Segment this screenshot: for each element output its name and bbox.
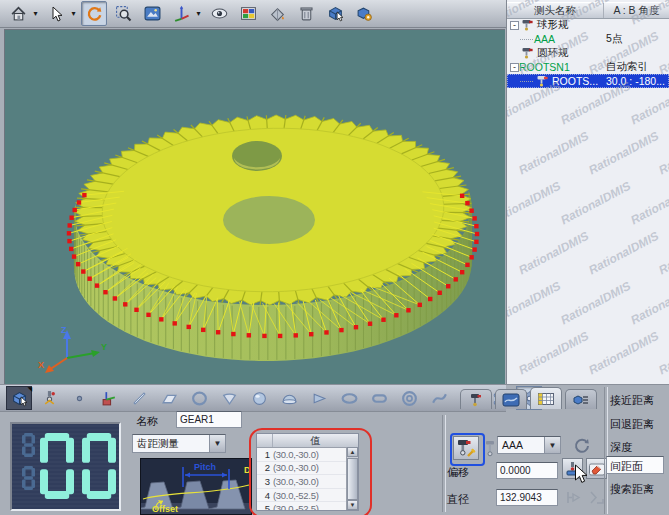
circle-button[interactable] (186, 386, 212, 410)
offset-teach-button[interactable] (562, 458, 583, 479)
tree-row[interactable]: -ROOTSN1自动索引 (507, 60, 669, 74)
probe-icon (521, 19, 535, 31)
tree-collapse-icon[interactable]: - (510, 63, 519, 72)
depth-label: 深度 (610, 440, 632, 455)
pitch-plane-field[interactable]: 间距面 (606, 456, 664, 474)
tree-header-name[interactable]: 测头名称 (507, 3, 604, 18)
axis-label: X (38, 360, 44, 370)
value-row[interactable]: 4(30.0,-52.5) (257, 489, 358, 503)
value-row-value: (30.0,-30.0) (273, 449, 319, 460)
probe-teach-icon (564, 461, 582, 477)
value-row-index: 2 (257, 462, 273, 473)
solid-settings-button[interactable] (351, 1, 377, 26)
graphics-tab-icon (502, 393, 520, 407)
dropdown-arrow-icon[interactable]: ▾ (69, 9, 78, 18)
render-mode-button[interactable] (264, 1, 290, 26)
tree-column-headers: 测头名称 A : B 角度 (507, 2, 669, 19)
torus-button[interactable] (396, 386, 422, 410)
tab-report[interactable] (565, 389, 597, 409)
measure-mode-value: 齿距测量 (133, 437, 209, 451)
chevron-down-icon[interactable]: ▼ (209, 435, 225, 452)
bottom-tabs (460, 388, 597, 409)
value-row[interactable]: 3(30.0,-30.0) (257, 475, 358, 489)
dropdown-arrow-icon[interactable]: ▾ (31, 9, 40, 18)
refresh-probe-button[interactable] (573, 436, 591, 458)
solid-pick-button[interactable]: ◥ (6, 386, 32, 410)
plane-button[interactable] (156, 386, 182, 410)
probe-mode-button[interactable] (453, 436, 479, 460)
coordinate-frame-button[interactable] (96, 386, 122, 410)
measure-mode-select[interactable]: 齿距测量 ▼ (132, 434, 226, 453)
value-list-body: 1(30.0,-30.0)2(30.0,-30.0)3(30.0,-30.0)4… (257, 448, 358, 511)
probe-small-button[interactable] (483, 440, 497, 461)
select-cursor-button[interactable] (43, 1, 69, 26)
tree-row[interactable]: -球形规 (507, 18, 669, 32)
tree-row[interactable]: 圆环规 (507, 46, 669, 60)
probe-select[interactable]: AAA ▼ (497, 436, 561, 454)
fit-image-button[interactable] (139, 1, 165, 26)
line-button[interactable] (126, 386, 152, 410)
zoom-region-button[interactable] (110, 1, 136, 26)
point-button[interactable] (66, 386, 92, 410)
tree-connector (520, 80, 533, 82)
value-list-index-header (257, 434, 273, 447)
tree-row[interactable]: ROOTS...30.0 : -180... (507, 74, 669, 88)
ellipse-button[interactable] (336, 386, 362, 410)
curve-button[interactable] (426, 386, 452, 410)
rotate-view-button[interactable] (81, 1, 107, 26)
name-input[interactable]: GEAR1 (176, 411, 242, 428)
value-list-scrollbar[interactable]: ▲ ▼ (346, 447, 358, 510)
delete-trash-button[interactable] (293, 1, 319, 26)
scrollbar-thumb[interactable] (347, 458, 358, 500)
pick-solid-button[interactable] (322, 1, 348, 26)
watermark-text: RationalDMIS (628, 279, 669, 328)
chevron-down-icon[interactable]: ▼ (544, 437, 560, 453)
scene-svg: ZYX (5, 30, 505, 385)
tree-item-label: 球形规 (537, 18, 569, 32)
offset-input[interactable]: 0.0000 (496, 462, 558, 479)
watermark-text: RationalDMIS (558, 179, 633, 228)
value-row[interactable]: 5(30.0,-52.5) (257, 502, 358, 511)
watermark-text: RationalDMIS (586, 229, 661, 278)
value-row-value: (30.0,-52.5) (273, 503, 319, 511)
tree-collapse-icon[interactable]: - (510, 21, 519, 30)
watermark-text: RationalDMIS (516, 229, 591, 278)
dome-button[interactable] (276, 386, 302, 410)
probe-build-button[interactable] (36, 386, 62, 410)
viewport-3d[interactable]: ZYX (4, 29, 505, 385)
tab-probe[interactable] (460, 389, 492, 409)
slot-button[interactable] (366, 386, 392, 410)
value-row[interactable]: 1(30.0,-30.0) (257, 448, 358, 462)
tab-table[interactable] (530, 387, 562, 409)
panel-divider (442, 415, 446, 512)
arc-button[interactable] (216, 386, 242, 410)
sphere-button[interactable] (246, 386, 272, 410)
dropdown-arrow-icon[interactable]: ▾ (194, 9, 203, 18)
table-tab-icon (537, 392, 555, 406)
eye-view-button[interactable] (206, 1, 232, 26)
scroll-up-icon[interactable]: ▲ (347, 447, 358, 457)
home-button[interactable] (5, 1, 31, 26)
tree-row[interactable]: AAA5点 (507, 32, 669, 46)
diameter-input[interactable]: 132.9043 (496, 489, 558, 506)
refresh-icon (573, 436, 591, 454)
watermark-text: RationalDMIS (656, 229, 669, 278)
probe-tree: -球形规AAA5点圆环规-ROOTSN1自动索引ROOTS...30.0 : -… (507, 18, 669, 88)
value-row-index: 3 (257, 476, 273, 487)
axes-view-button[interactable] (168, 1, 194, 26)
color-palette-button[interactable] (235, 1, 261, 26)
watermark-text: RationalDMIS (516, 129, 591, 178)
tree-connector (520, 38, 533, 40)
scroll-down-icon[interactable]: ▼ (347, 500, 358, 510)
watermark-text: RationalDMIS (586, 129, 661, 178)
value-row[interactable]: 2(30.0,-30.0) (257, 462, 358, 476)
tree-header-angle[interactable]: A : B 角度 (604, 3, 669, 18)
probe-tab-icon (467, 393, 485, 407)
cone-button[interactable] (306, 386, 332, 410)
pitch-label: Pitch (194, 462, 216, 472)
tree-item-angle: 自动索引 (606, 60, 648, 74)
value-row-index: 5 (257, 503, 273, 511)
tab-graphics[interactable] (495, 389, 527, 409)
watermark-text: RationalDMIS (656, 129, 669, 178)
top-toolbar: ▾▾▾ (0, 0, 506, 28)
